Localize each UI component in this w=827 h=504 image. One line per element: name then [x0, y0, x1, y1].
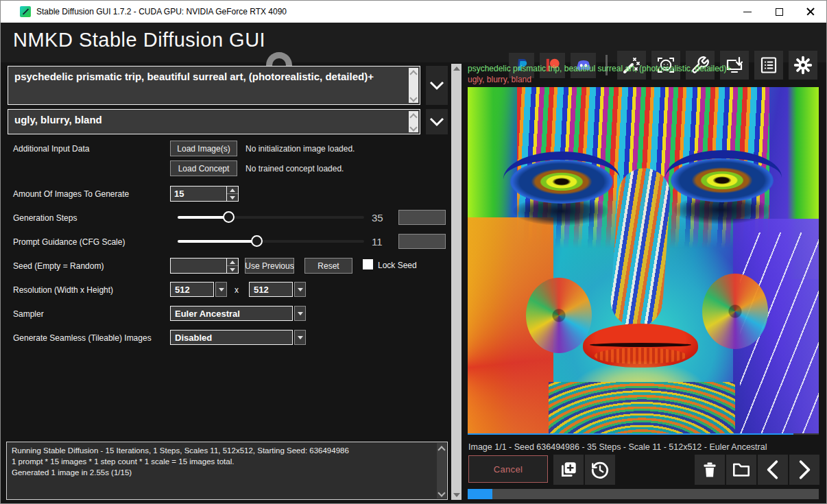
scroll-down-icon [411, 95, 416, 101]
scroll-up-icon [411, 113, 416, 119]
log-scrollbar[interactable] [437, 443, 446, 499]
dropdown-arrow-icon [298, 336, 303, 339]
scroll-down-icon [411, 125, 416, 130]
log-line: 1 prompt * 15 images * 1 step count * 1 … [12, 456, 432, 467]
up-arrow-icon [230, 189, 235, 192]
prompt-scrollbar[interactable] [409, 68, 418, 103]
app-window: Stable Diffusion GUI 1.7.2 - CUDA GPU: N… [0, 0, 827, 504]
slider-track-filled[interactable] [178, 240, 257, 243]
window-title: Stable Diffusion GUI 1.7.2 - CUDA GPU: N… [36, 7, 287, 16]
cfg-value-box [398, 234, 446, 249]
amount-stepper[interactable] [170, 186, 239, 202]
steps-value: 35 [372, 212, 383, 224]
delete-image-button[interactable] [695, 455, 725, 485]
load-concept-button[interactable]: Load Concept [170, 160, 237, 176]
generated-image-detail [526, 278, 592, 353]
minimize-button[interactable] [732, 1, 763, 23]
cfg-slider[interactable] [178, 235, 364, 248]
sampler-label: Sampler [13, 309, 44, 319]
slider-track-empty[interactable] [229, 216, 364, 219]
slider-handle[interactable] [223, 211, 235, 223]
negative-prompt-input[interactable]: ugly, blurry, bland [8, 109, 420, 134]
preview-positive-prompt: psychedelic prismatic trip, beautiful su… [468, 64, 819, 73]
amount-input[interactable] [171, 187, 224, 201]
close-button[interactable] [795, 1, 826, 23]
generated-image-eye [671, 158, 774, 202]
load-images-button[interactable]: Load Image(s) [170, 141, 237, 156]
log-line: Generated 1 image in 2.55s (1/15) [12, 467, 432, 478]
titlebar[interactable]: Stable Diffusion GUI 1.7.2 - CUDA GPU: N… [1, 1, 826, 23]
cfg-label: Prompt Guidance (CFG Scale) [13, 237, 125, 247]
add-image-icon [558, 459, 579, 480]
seed-spin-buttons[interactable] [226, 259, 238, 273]
resolution-height-dropdown-button[interactable] [294, 282, 306, 297]
chevron-down-icon [429, 117, 444, 127]
up-arrow-icon [230, 261, 235, 264]
spin-down-button[interactable] [227, 266, 238, 273]
sampler-dropdown-button[interactable] [294, 306, 306, 321]
seamless-select[interactable]: Disabled [170, 330, 293, 345]
chevron-right-icon [795, 459, 813, 480]
expand-prompt-button[interactable] [426, 66, 448, 105]
maximize-icon [776, 8, 783, 16]
add-image-button[interactable] [553, 455, 584, 485]
spin-up-button[interactable] [227, 187, 238, 194]
trash-icon [700, 460, 719, 479]
down-arrow-icon [230, 268, 235, 272]
lock-seed-checkbox[interactable] [363, 259, 373, 269]
prev-image-button[interactable] [758, 455, 788, 485]
spin-up-button[interactable] [227, 259, 238, 266]
scroll-up-icon [439, 446, 444, 451]
steps-label: Generation Steps [13, 213, 77, 223]
resolution-height-select[interactable]: 512 [249, 282, 293, 297]
header: NMKD Stable Diffusion GUI [1, 23, 826, 62]
prompt-text: psychedelic prismatic trip, beautiful su… [14, 71, 374, 82]
resolution-label: Resolution (Width x Height) [13, 285, 113, 295]
image-info-line: Image 1/1 - Seed 636494986 - 35 Steps - … [468, 442, 819, 452]
prompt-input[interactable]: psychedelic prismatic trip, beautiful su… [8, 66, 420, 105]
amount-spin-buttons[interactable] [226, 187, 238, 201]
slider-track-empty[interactable] [257, 240, 364, 243]
next-image-button[interactable] [789, 455, 819, 485]
slider-track-filled[interactable] [178, 216, 229, 219]
sampler-select[interactable]: Euler Ancestral [170, 306, 293, 321]
chevron-down-icon [429, 81, 444, 91]
minimize-icon [743, 12, 752, 12]
scroll-up-icon [411, 70, 416, 75]
use-previous-seed-button[interactable]: Use Previous [245, 258, 294, 274]
open-folder-button[interactable] [726, 455, 756, 485]
generated-image-preview[interactable] [468, 87, 819, 435]
reset-seed-button[interactable]: Reset [304, 258, 352, 274]
seed-input[interactable] [171, 259, 224, 273]
history-button[interactable] [585, 455, 615, 485]
folder-icon [731, 459, 752, 480]
expand-negative-prompt-button[interactable] [426, 109, 448, 134]
generated-image-eye [510, 160, 613, 204]
close-icon [806, 8, 815, 16]
main-scrollbar[interactable] [451, 64, 462, 500]
seed-stepper[interactable] [170, 258, 239, 274]
image-progress-bar-track [793, 433, 819, 435]
scroll-down-arrow[interactable] [453, 493, 460, 497]
slider-handle[interactable] [251, 235, 263, 247]
negative-prompt-text: ugly, blurry, bland [14, 114, 102, 125]
app-icon [20, 6, 31, 17]
steps-value-box [398, 210, 446, 225]
steps-slider[interactable] [178, 211, 364, 224]
down-arrow-icon [230, 196, 235, 200]
resolution-width-dropdown-button[interactable] [215, 282, 227, 297]
scroll-up-arrow[interactable] [453, 67, 460, 71]
seamless-dropdown-button[interactable] [294, 330, 306, 345]
negative-prompt-scrollbar[interactable] [409, 111, 418, 132]
spin-down-button[interactable] [227, 194, 238, 201]
scroll-down-icon [439, 490, 444, 496]
overall-progress-bar [468, 489, 819, 499]
maximize-button[interactable] [763, 1, 795, 23]
log-output[interactable]: Running Stable Diffusion - 15 Iterations… [6, 442, 448, 500]
cfg-value: 11 [372, 236, 383, 248]
generated-image-detail [609, 167, 672, 329]
generated-image-detail [549, 382, 735, 435]
image-progress-bar-fill [468, 433, 793, 435]
resolution-width-select[interactable]: 512 [170, 282, 214, 297]
cancel-button[interactable]: Cancel [468, 455, 548, 483]
